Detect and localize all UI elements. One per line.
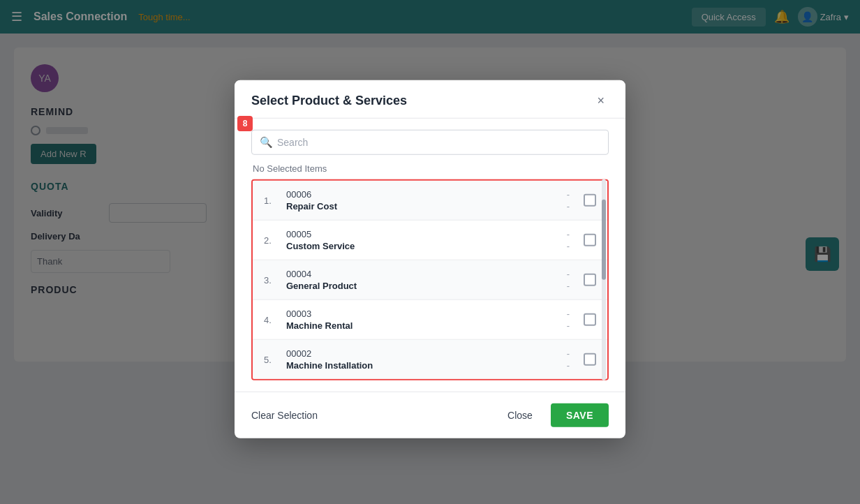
modal-footer: Clear Selection Close SAVE [235, 392, 625, 438]
item-code: 00005 [286, 229, 558, 239]
item-code: 00004 [286, 269, 558, 279]
item-dash: - - [567, 309, 570, 331]
item-name: Machine Installation [286, 360, 558, 371]
item-number: 1. [264, 195, 278, 205]
item-info: 00006 Repair Cost [286, 189, 558, 212]
item-code: 00002 [286, 348, 558, 359]
search-container: 🔍 [251, 130, 609, 155]
item-dash: - - [567, 348, 570, 371]
list-item: 3. 00004 General Product - - [253, 260, 607, 300]
modal-header: Select Product & Services × [235, 80, 625, 119]
search-input[interactable] [251, 130, 609, 155]
list-item: 4. 00003 Machine Rental - - [253, 300, 607, 340]
list-item: 1. 00006 Repair Cost - - [253, 181, 607, 221]
item-info: 00002 Machine Installation [286, 348, 558, 371]
modal-body: 🔍 No Selected Items 1. 00006 Repair Cost… [235, 119, 625, 392]
item-checkbox[interactable] [584, 274, 596, 286]
item-checkbox[interactable] [584, 234, 596, 246]
item-code: 00006 [286, 189, 558, 200]
select-product-modal: Select Product & Services × 🔍 No Selecte… [235, 80, 625, 438]
list-item: 2. 00005 Custom Service - - [253, 221, 607, 260]
item-dash: - - [567, 269, 570, 291]
product-list-wrapper: 1. 00006 Repair Cost - - 2. 00005 [251, 179, 609, 380]
product-list: 1. 00006 Repair Cost - - 2. 00005 [251, 179, 609, 380]
modal-close-button[interactable]: × [593, 93, 609, 108]
item-name: Machine Rental [286, 320, 558, 331]
item-checkbox[interactable] [584, 313, 596, 326]
scroll-thumb [602, 200, 606, 280]
item-dash: - - [567, 189, 570, 212]
scrollbar [602, 179, 606, 380]
modal-title: Select Product & Services [251, 93, 407, 108]
list-item: 5. 00002 Machine Installation - - [253, 340, 607, 379]
item-info: 00005 Custom Service [286, 229, 558, 251]
badge-count: 8 [237, 116, 253, 131]
item-checkbox[interactable] [584, 353, 596, 366]
item-dash: - - [567, 229, 570, 251]
item-number: 2. [264, 235, 278, 245]
save-button[interactable]: SAVE [551, 403, 609, 427]
item-checkbox[interactable] [584, 194, 596, 207]
item-code: 00003 [286, 309, 558, 319]
item-number: 5. [264, 354, 278, 364]
item-info: 00004 General Product [286, 269, 558, 291]
item-name: Repair Cost [286, 201, 558, 212]
item-number: 4. [264, 314, 278, 325]
item-name: General Product [286, 281, 558, 291]
item-info: 00003 Machine Rental [286, 309, 558, 331]
no-selected-label: No Selected Items [251, 163, 609, 174]
close-button[interactable]: Close [495, 404, 545, 427]
item-number: 3. [264, 274, 278, 285]
item-name: Custom Service [286, 241, 558, 251]
footer-right: Close SAVE [495, 403, 609, 427]
search-icon: 🔍 [260, 136, 273, 149]
clear-selection-button[interactable]: Clear Selection [251, 410, 318, 421]
